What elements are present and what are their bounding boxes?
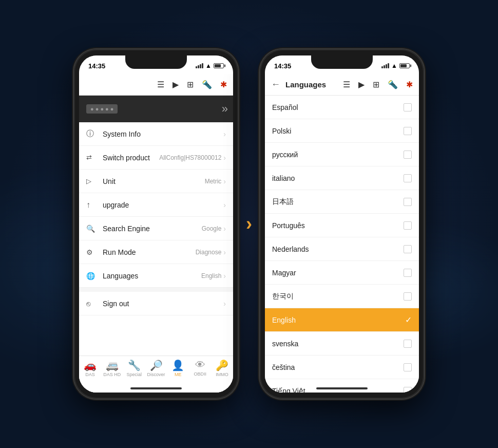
lang-item-espanol[interactable]: Español <box>265 96 419 119</box>
wifi-icon: ▲ <box>205 62 212 69</box>
menu-item-run-mode[interactable]: ⚙ Run Mode Diagnose › <box>79 240 233 264</box>
menu-arrows[interactable]: » <box>222 102 226 116</box>
lang-check-portuguese <box>404 221 412 230</box>
screen-left-content: ☰ ▶ ⊞ 🔦 ✱ ● ● ● ● ● » ⓘ System Info <box>79 74 233 393</box>
note-icon[interactable]: ☰ <box>157 80 164 89</box>
phone-left: 14:35 ▲ ☰ <box>74 49 238 399</box>
chevron-signout: › <box>223 300 226 308</box>
lang-label-czech: čeština <box>272 363 404 371</box>
das-hd-label: DAS HD <box>103 372 121 378</box>
lang-check-english: ✓ <box>405 315 412 325</box>
menu-item-search-engine[interactable]: 🔍 Search Engine Google › <box>79 217 233 240</box>
lang-item-russian[interactable]: русский <box>265 143 419 166</box>
flashlight-icon[interactable]: 🔦 <box>202 80 212 89</box>
lang-item-czech[interactable]: čeština <box>265 356 419 379</box>
lang-label-svenska: svenska <box>272 340 404 348</box>
menu-item-system-info[interactable]: ⓘ System Info › <box>79 122 233 146</box>
menu-item-languages[interactable]: 🌐 Languages English › <box>79 264 233 288</box>
notch-right <box>311 55 373 69</box>
languages-label: Languages <box>103 272 201 280</box>
das-label: DAS <box>85 372 95 378</box>
lang-check-polski <box>404 127 412 135</box>
unit-value: Metric <box>205 178 222 185</box>
toolbar-right: ← Languages ☰ ▶ ⊞ 🔦 ✱ <box>265 74 419 96</box>
back-button[interactable]: ← <box>271 79 280 90</box>
battery-icon <box>214 63 224 68</box>
upgrade-icon: ↑ <box>86 200 98 210</box>
tab-das[interactable]: 🚗 DAS <box>79 359 101 378</box>
das-icon: 🚗 <box>84 359 97 371</box>
unit-label: Unit <box>103 177 205 185</box>
lang-check-vietnamese <box>404 387 412 393</box>
upgrade-label: upgrade <box>103 201 223 209</box>
lang-item-svenska[interactable]: svenska <box>265 332 419 356</box>
lang-label-japanese: 日本語 <box>272 197 404 207</box>
lang-label-magyar: Magyar <box>272 269 404 277</box>
home-indicator-right <box>316 387 368 389</box>
image-icon[interactable]: ⊞ <box>187 80 194 89</box>
lang-check-italiano <box>404 174 412 182</box>
wifi-icon-right: ▲ <box>391 62 397 69</box>
menu-item-switch-product[interactable]: ⇄ Switch product AllConfig|HS78000012 › <box>79 146 233 170</box>
time-left: 14:35 <box>88 62 105 70</box>
lang-item-korean[interactable]: 한국이 <box>265 285 419 308</box>
menu-item-unit[interactable]: ▷ Unit Metric › <box>79 170 233 193</box>
signal-icon-right <box>381 63 389 68</box>
signal-icon <box>196 63 203 68</box>
lang-check-svenska <box>404 340 412 348</box>
chevron-search: › <box>223 225 226 233</box>
discover-label: Discover <box>147 372 165 378</box>
lang-item-magyar[interactable]: Magyar <box>265 261 419 285</box>
menu-item-upgrade[interactable]: ↑ upgrade › <box>79 193 233 217</box>
tab-immo[interactable]: 🔑 IMMO <box>211 359 233 378</box>
phones-container: 14:35 ▲ ☰ <box>74 49 424 399</box>
lang-item-vietnamese[interactable]: Tiếng Việt <box>265 379 419 393</box>
tab-discover[interactable]: 🔎 Discover <box>145 359 167 378</box>
lang-check-russian <box>404 151 412 159</box>
lang-item-italiano[interactable]: italiano <box>265 166 419 190</box>
tab-obdii[interactable]: 👁 OBDII <box>189 359 211 377</box>
phone-right-screen: 14:35 ▲ <box>265 55 419 393</box>
bluetooth-icon-right[interactable]: ✱ <box>406 80 413 89</box>
run-mode-icon: ⚙ <box>86 248 98 256</box>
phone-right: 14:35 ▲ <box>260 49 424 399</box>
system-info-label: System Info <box>103 130 223 138</box>
lang-item-dutch[interactable]: Nederlands <box>265 237 419 261</box>
user-info-bar: ● ● ● ● ● <box>86 104 118 114</box>
menu-item-sign-out[interactable]: ⎋ Sign out › <box>79 292 233 315</box>
status-icons-right: ▲ <box>381 62 410 69</box>
tab-das-hd[interactable]: 🚐 DAS HD <box>101 359 123 378</box>
video-icon-right[interactable]: ▶ <box>358 80 365 89</box>
lang-item-japanese[interactable]: 日本語 <box>265 190 419 214</box>
run-mode-label: Run Mode <box>103 248 196 256</box>
lang-item-polski[interactable]: Polski <box>265 119 419 143</box>
switch-product-icon: ⇄ <box>86 154 98 161</box>
sign-out-label: Sign out <box>103 300 223 308</box>
toolbar-left: ☰ ▶ ⊞ 🔦 ✱ <box>79 74 233 96</box>
video-icon[interactable]: ▶ <box>173 80 179 89</box>
immo-label: IMMO <box>216 372 228 378</box>
lang-label-espanol: Español <box>272 103 404 111</box>
chevron-system-info: › <box>223 130 226 138</box>
me-label: ME <box>175 372 182 378</box>
system-info-icon: ⓘ <box>86 129 98 139</box>
flashlight-icon-right[interactable]: 🔦 <box>388 80 398 89</box>
chevron-upgrade: › <box>223 201 226 209</box>
lang-check-czech <box>404 363 412 371</box>
lang-label-italiano: italiano <box>272 174 404 182</box>
lang-item-english[interactable]: English ✓ <box>265 308 419 332</box>
bluetooth-icon[interactable]: ✱ <box>220 80 227 89</box>
tab-special[interactable]: 🔧 Special <box>123 359 145 378</box>
lang-check-espanol <box>404 103 412 111</box>
unit-icon: ▷ <box>86 177 98 185</box>
languages-page-title: Languages <box>285 80 326 89</box>
tab-me[interactable]: 👤 ME <box>167 359 189 378</box>
discover-icon: 🔎 <box>150 359 163 371</box>
lang-item-portuguese[interactable]: Português <box>265 214 419 237</box>
note-icon-right[interactable]: ☰ <box>343 80 350 89</box>
time-right: 14:35 <box>274 62 291 70</box>
phone-left-screen: 14:35 ▲ ☰ <box>79 55 233 393</box>
chevron-run: › <box>223 248 226 256</box>
image-icon-right[interactable]: ⊞ <box>373 80 379 89</box>
menu-divider <box>79 288 233 292</box>
